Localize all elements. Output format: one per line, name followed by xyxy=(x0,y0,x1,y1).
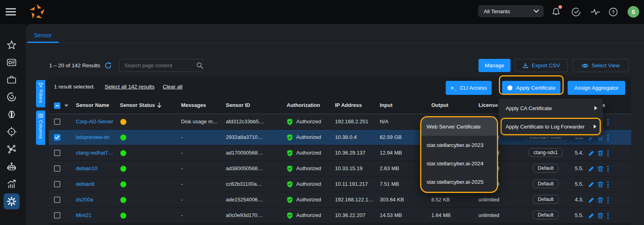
sidebar-item-detect[interactable] xyxy=(4,124,20,140)
select-view-button[interactable]: Select View xyxy=(572,59,629,72)
tenant-selector[interactable]: All Tenants xyxy=(478,5,544,17)
sidebar-item-dashboards[interactable] xyxy=(4,54,20,70)
row-checkbox[interactable] xyxy=(54,165,60,172)
sensor-name-link[interactable]: debian10 xyxy=(76,161,98,176)
menu-item-label: Apply CA Certificate xyxy=(506,105,552,111)
certificate-option[interactable]: star.stellarcyber.ai-2025 xyxy=(421,173,497,191)
col-header-messages[interactable]: Messages xyxy=(181,97,206,114)
input-cell: 2.63 MB xyxy=(380,161,399,176)
table-row[interactable]: Mint21 - a0c0e93d170… Authorized 10.36.2… xyxy=(49,208,631,223)
ip-address-cell: 192.168.122.1… xyxy=(335,192,373,207)
help-icon[interactable]: ? xyxy=(608,7,618,17)
refresh-icon[interactable] xyxy=(105,62,112,69)
row-checkbox[interactable] xyxy=(54,150,60,156)
tabstrip-divider xyxy=(26,43,644,43)
clear-all-link[interactable]: Clear all xyxy=(163,77,183,97)
select-all-link[interactable]: Select all 142 results xyxy=(105,77,155,97)
row-checkbox[interactable] xyxy=(54,134,60,141)
tasks-check-icon[interactable] xyxy=(571,7,581,17)
row-checkbox[interactable] xyxy=(54,197,60,203)
col-header-input[interactable]: Input xyxy=(380,97,393,114)
sidebar-item-reports[interactable] xyxy=(4,176,20,192)
more-actions-icon[interactable] xyxy=(607,119,609,125)
sidebar-item-automation[interactable] xyxy=(4,159,20,175)
row-checkbox[interactable] xyxy=(54,212,60,219)
sensor-name-link[interactable]: ds200a xyxy=(76,192,93,207)
col-header-ip-address[interactable]: IP Address xyxy=(335,97,362,114)
filter-icon xyxy=(38,83,43,88)
more-actions-icon[interactable] xyxy=(607,150,609,157)
delete-icon[interactable] xyxy=(597,212,604,219)
menu-item[interactable]: Apply CA Certificate xyxy=(498,99,603,117)
more-actions-icon[interactable] xyxy=(607,166,609,172)
edit-icon[interactable] xyxy=(588,197,594,203)
delete-icon[interactable] xyxy=(597,197,604,203)
sensor-name-link[interactable]: Mint21 xyxy=(76,208,92,223)
menu-item[interactable]: Apply Certificate to Log Forwarder xyxy=(500,118,601,135)
edit-icon[interactable] xyxy=(588,150,594,156)
apply-certificate-button[interactable]: Apply Certificate xyxy=(502,81,560,95)
manage-button[interactable]: Manage xyxy=(479,59,510,72)
certificate-option[interactable]: star.stellarcyber.ai-2023 xyxy=(421,136,497,154)
edit-icon[interactable] xyxy=(588,181,594,187)
system-health-pulse-icon[interactable] xyxy=(590,7,600,17)
selection-caret-icon[interactable] xyxy=(64,104,68,107)
sidebar-item-cases[interactable] xyxy=(4,72,20,88)
search-icon[interactable] xyxy=(196,62,203,69)
certificate-option[interactable]: Web Server Certificate xyxy=(421,117,497,136)
hamburger-menu-icon[interactable] xyxy=(6,8,16,16)
input-cell: 62.59 GB xyxy=(380,130,402,145)
select-all-checkbox[interactable] xyxy=(54,102,60,109)
columns-side-tab[interactable]: Columns xyxy=(36,110,45,145)
certificate-option[interactable]: star.stellarcyber.ai-2024 xyxy=(421,154,497,173)
certificate-option-label: star.stellarcyber.ai-2024 xyxy=(427,161,484,167)
col-header-output[interactable]: Output xyxy=(431,97,449,114)
dashboard-icon xyxy=(6,57,17,68)
sidebar-item-ai-detections[interactable] xyxy=(4,106,20,123)
more-actions-icon[interactable] xyxy=(607,197,609,203)
export-csv-button[interactable]: Export CSV xyxy=(515,59,568,72)
version-cell: 4.3. xyxy=(575,192,584,207)
assign-aggregator-button[interactable]: Assign Aggregator xyxy=(568,81,625,95)
input-cell: 14.53 MB xyxy=(380,208,402,223)
sensor-name-link[interactable]: Corp-AD-Server xyxy=(76,114,113,129)
col-header-sensor-name[interactable]: Sensor Name xyxy=(76,97,109,114)
table-row[interactable]: debian10 - ad380050568… Authorized 10.33… xyxy=(49,161,631,177)
edit-icon[interactable] xyxy=(588,212,594,219)
row-checkbox[interactable] xyxy=(54,181,60,187)
col-header-sensor-id[interactable]: Sensor ID xyxy=(226,97,250,114)
sidebar-item-settings[interactable] xyxy=(4,193,20,209)
cli-access-button[interactable]: >_ CLI Access xyxy=(446,81,492,95)
delete-icon[interactable] xyxy=(597,181,604,188)
table-row[interactable]: ctang-redhat7… - ad170050568… Authorized… xyxy=(49,145,631,161)
more-actions-icon[interactable] xyxy=(607,213,609,219)
user-avatar[interactable]: S xyxy=(628,6,639,18)
delete-icon[interactable] xyxy=(597,165,604,172)
output-cell: 1.64 MB xyxy=(431,208,451,223)
row-checkbox[interactable] xyxy=(54,119,60,125)
more-actions-icon[interactable] xyxy=(607,181,609,188)
tab-sensor[interactable]: Sensor xyxy=(34,32,52,38)
sensor-name-link[interactable]: ctang-redhat7… xyxy=(76,145,113,161)
stellar-cyber-logo[interactable] xyxy=(28,3,46,21)
table-row[interactable]: debian8 - cc62b31100a… Authorized 10.11.… xyxy=(49,177,631,192)
status-dot xyxy=(120,166,126,172)
sensor-name-link[interactable]: debian8 xyxy=(76,177,94,192)
delete-icon[interactable] xyxy=(597,150,604,157)
table-row[interactable]: ds200a - ade15254006… Authorized 192.168… xyxy=(49,192,631,208)
status-dot xyxy=(120,150,126,156)
filters-side-tab[interactable]: Filters xyxy=(36,80,45,107)
sidebar-item-connectors[interactable] xyxy=(4,141,20,157)
col-header-authorization[interactable]: Authorization xyxy=(287,97,320,114)
search-input[interactable] xyxy=(120,62,196,68)
selection-count-text: 1 result selected. xyxy=(54,77,95,97)
sensor-name-link[interactable]: bdspreview-ds xyxy=(76,130,110,145)
edit-icon[interactable] xyxy=(588,165,594,172)
col-header-sensor-status[interactable]: Sensor Status xyxy=(120,97,161,114)
cli-access-label: CLI Access xyxy=(460,85,487,91)
sidebar-item-favorites[interactable] xyxy=(4,37,20,53)
briefcase-icon xyxy=(6,74,17,85)
sidebar-item-threat-hunting[interactable] xyxy=(4,89,20,105)
col-header-license[interactable]: License xyxy=(479,97,498,114)
more-actions-icon[interactable] xyxy=(607,135,609,141)
